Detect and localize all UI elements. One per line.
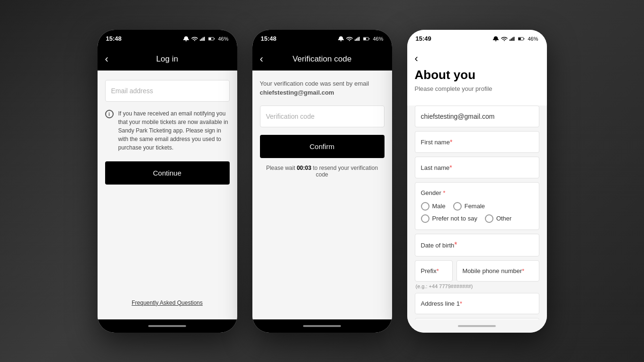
login-header: ‹ Log in	[98, 48, 237, 71]
last-name-required: *	[449, 164, 452, 171]
svg-rect-7	[355, 39, 356, 41]
signal-icon-3	[510, 36, 516, 42]
phone-footer-2	[252, 319, 392, 333]
continue-button[interactable]: Continue	[105, 161, 230, 185]
phone-hint: (e.g.: +44 7779#######)	[415, 283, 539, 289]
notification-icon-3	[492, 36, 499, 42]
gender-other-label: Other	[496, 215, 512, 222]
back-button-3[interactable]: ‹	[415, 53, 539, 65]
gender-section: Gender * Male Female Prefer not to say	[415, 182, 539, 230]
phone-row: Prefix* Mobile phone number*	[415, 260, 539, 282]
about-title: About you	[415, 68, 539, 82]
code-placeholder: Verification code	[266, 113, 315, 120]
resend-prefix: Please wait	[266, 165, 297, 171]
status-icons-2: 46%	[338, 36, 383, 42]
gender-options: Male Female Prefer not to say Other	[421, 202, 533, 223]
battery-icon-2	[363, 36, 370, 42]
faq-link[interactable]: Frequently Asked Questions	[105, 300, 230, 310]
svg-rect-19	[519, 37, 521, 40]
svg-rect-12	[364, 37, 366, 40]
confirm-button[interactable]: Confirm	[260, 135, 385, 158]
resend-text: Please wait 00:03 to resend your verific…	[260, 165, 385, 178]
mobile-field[interactable]: Mobile phone number*	[456, 260, 539, 282]
radio-other[interactable]	[485, 214, 493, 223]
verification-email: chiefstesting@gmail.com	[260, 89, 385, 96]
radio-male[interactable]	[421, 202, 429, 211]
status-bar-1: 15:48 46%	[98, 30, 237, 48]
about-email-value: chiefstesting@gmail.com	[421, 113, 495, 120]
radio-prefer-not[interactable]	[421, 214, 429, 223]
svg-rect-2	[203, 37, 204, 41]
first-name-field[interactable]: First name*	[415, 131, 539, 153]
home-indicator-2	[303, 325, 341, 327]
gender-female[interactable]: Female	[453, 202, 485, 211]
battery-icon	[208, 36, 215, 42]
wifi-icon	[191, 36, 198, 42]
svg-rect-15	[511, 38, 512, 41]
radio-female[interactable]	[453, 202, 462, 211]
email-placeholder: Email address	[111, 87, 153, 95]
svg-rect-1	[201, 38, 202, 41]
gender-other[interactable]: Other	[485, 214, 512, 223]
status-bar-2: 15:48 46%	[252, 30, 392, 48]
dob-required: *	[454, 241, 457, 249]
last-name-field[interactable]: Last name*	[415, 157, 539, 178]
verification-header: ‹ Verification code	[252, 48, 392, 71]
gender-prefer-not-label: Prefer not to say	[432, 215, 477, 222]
battery-pct-2: 46%	[373, 36, 383, 42]
gender-male[interactable]: Male	[421, 202, 446, 211]
svg-rect-0	[200, 39, 201, 41]
prefix-label: Prefix	[421, 267, 437, 274]
first-name-label: First name	[421, 139, 450, 146]
phone-login: 15:48 46% ‹ Log in Email address i If yo…	[98, 30, 237, 333]
address1-field[interactable]: Address line 1*	[415, 293, 539, 314]
verification-content: Your verification code was sent by email…	[252, 71, 392, 319]
about-header: ‹ About you Please complete your profile	[407, 48, 547, 106]
back-button-1[interactable]: ‹	[105, 53, 108, 65]
notification-icon-2	[338, 36, 344, 42]
svg-rect-5	[209, 37, 211, 40]
svg-rect-14	[510, 39, 510, 41]
resend-timer: 00:03	[297, 165, 312, 171]
svg-rect-13	[369, 38, 370, 39]
resend-suffix: to resend your verification code	[311, 165, 378, 178]
gender-male-label: Male	[432, 203, 446, 210]
verification-info: Your verification code was sent by email…	[260, 80, 385, 98]
verification-info-text: Your verification code was sent by email	[260, 80, 385, 87]
svg-rect-20	[524, 38, 525, 39]
about-form: chiefstesting@gmail.com First name* Last…	[407, 106, 547, 319]
login-content: Email address i If you have received an …	[98, 71, 237, 319]
login-title: Log in	[156, 54, 178, 64]
dob-label: Date of birth	[421, 242, 455, 249]
prefix-field[interactable]: Prefix*	[415, 260, 453, 282]
svg-rect-9	[358, 37, 358, 41]
email-input[interactable]: Email address	[105, 80, 230, 102]
phone-footer-1	[98, 319, 237, 333]
info-text: If you have received an email notifying …	[118, 109, 230, 152]
gender-prefer-not[interactable]: Prefer not to say	[421, 214, 477, 223]
address1-label: Address line 1	[421, 300, 460, 307]
svg-rect-3	[204, 36, 205, 40]
back-button-2[interactable]: ‹	[260, 53, 263, 65]
last-name-label: Last name	[421, 164, 450, 171]
about-content-wrapper: chiefstesting@gmail.com First name* Last…	[407, 106, 547, 319]
battery-pct-3: 46%	[528, 36, 538, 42]
svg-rect-16	[512, 37, 513, 41]
info-icon: i	[105, 110, 114, 118]
phone-footer-3	[407, 319, 547, 333]
home-indicator-3	[458, 325, 496, 327]
home-indicator-1	[148, 325, 186, 327]
about-email-field: chiefstesting@gmail.com	[415, 106, 539, 127]
battery-icon-3	[518, 36, 525, 42]
dob-field[interactable]: Date of birth*	[415, 234, 539, 256]
svg-rect-10	[359, 36, 360, 40]
mobile-label: Mobile phone number	[463, 267, 522, 274]
signal-icon	[200, 36, 206, 42]
status-icons-3: 46%	[492, 36, 538, 42]
first-name-required: *	[450, 138, 452, 146]
wifi-icon-3	[501, 36, 508, 42]
verification-code-input[interactable]: Verification code	[260, 106, 385, 127]
gender-label: Gender *	[421, 189, 533, 196]
info-box: i If you have received an email notifyin…	[105, 109, 230, 152]
status-bar-3: 15:49 46%	[407, 30, 547, 48]
